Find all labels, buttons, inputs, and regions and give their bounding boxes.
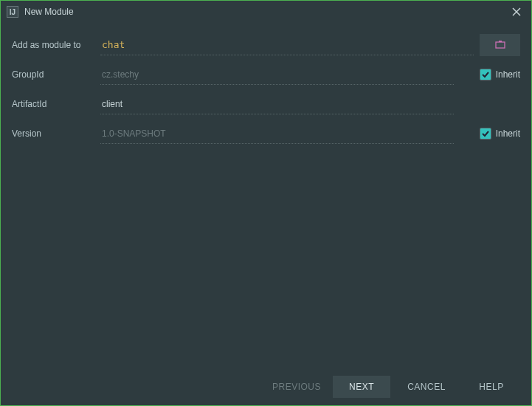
check-icon (481, 129, 490, 138)
checkbox-group-id-inherit[interactable] (480, 69, 491, 80)
form-content: Add as module to GroupId Inherit Artifac… (1, 23, 531, 148)
browse-parent-button[interactable] (480, 34, 520, 56)
previous-button[interactable]: PREVIOUS (268, 376, 325, 398)
label-group-id-inherit[interactable]: Inherit (496, 69, 520, 80)
label-version: Version (12, 128, 100, 139)
app-icon: IJ (7, 6, 18, 18)
row-artifact-id: ArtifactId (12, 89, 520, 119)
folder-icon (494, 41, 506, 49)
row-group-id: GroupId Inherit (12, 60, 520, 89)
next-button[interactable]: NEXT (333, 376, 390, 398)
check-icon (481, 70, 490, 79)
dialog-footer: PREVIOUS NEXT CANCEL HELP (1, 368, 531, 405)
help-button[interactable]: HELP (463, 376, 520, 398)
titlebar: IJ New Module (1, 1, 531, 23)
input-artifact-id[interactable] (100, 94, 454, 114)
label-group-id: GroupId (12, 69, 100, 80)
window-title: New Module (24, 7, 74, 17)
row-version: Version Inherit (12, 119, 520, 148)
label-version-inherit[interactable]: Inherit (496, 128, 520, 139)
input-version[interactable] (100, 124, 454, 144)
checkbox-version-inherit[interactable] (480, 128, 491, 140)
close-button[interactable] (508, 3, 525, 21)
svg-rect-3 (499, 41, 502, 42)
label-artifact-id: ArtifactId (12, 99, 100, 109)
svg-rect-2 (496, 42, 505, 48)
close-icon (512, 7, 521, 16)
label-add-as-module-to: Add as module to (12, 40, 100, 50)
input-group-id[interactable] (100, 65, 454, 85)
input-add-as-module-to[interactable] (100, 35, 474, 55)
cancel-button[interactable]: CANCEL (398, 376, 455, 398)
row-add-as-module-to: Add as module to (12, 30, 520, 60)
